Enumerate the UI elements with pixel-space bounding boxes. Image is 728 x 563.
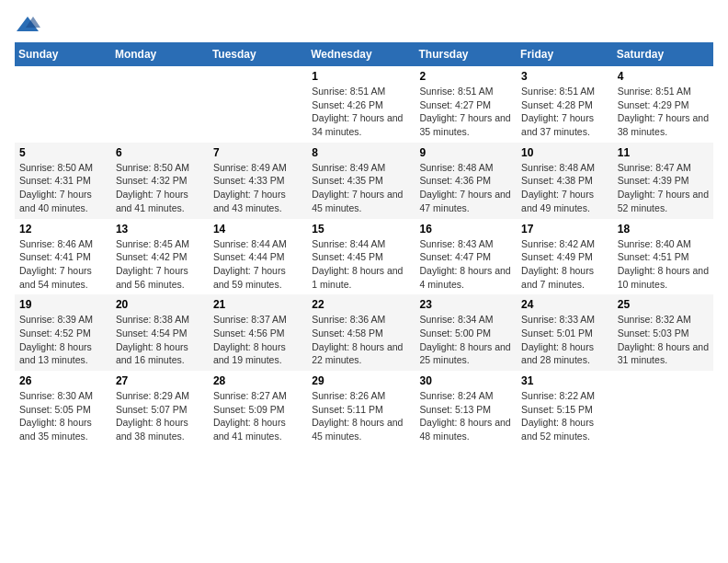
day-number: 3: [521, 70, 609, 83]
day-info: Sunrise: 8:30 AM Sunset: 5:05 PM Dayligh…: [19, 389, 107, 443]
calendar-cell: 12Sunrise: 8:46 AM Sunset: 4:41 PM Dayli…: [15, 219, 111, 295]
calendar-week-3: 19Sunrise: 8:39 AM Sunset: 4:52 PM Dayli…: [15, 294, 713, 371]
day-number: 16: [419, 223, 512, 236]
calendar-cell: 16Sunrise: 8:43 AM Sunset: 4:47 PM Dayli…: [415, 219, 517, 295]
header-monday: Monday: [111, 42, 209, 66]
day-number: 26: [19, 374, 107, 387]
calendar-cell: 26Sunrise: 8:30 AM Sunset: 5:05 PM Dayli…: [15, 371, 111, 447]
calendar-cell: 10Sunrise: 8:48 AM Sunset: 4:38 PM Dayli…: [517, 143, 613, 219]
calendar-header-row: SundayMondayTuesdayWednesdayThursdayFrid…: [15, 42, 713, 66]
logo-icon: [15, 15, 40, 35]
day-number: 30: [419, 374, 512, 387]
calendar-cell: 1Sunrise: 8:51 AM Sunset: 4:26 PM Daylig…: [307, 66, 415, 143]
header-saturday: Saturday: [613, 42, 713, 66]
day-number: 25: [618, 298, 709, 311]
calendar-cell: 24Sunrise: 8:33 AM Sunset: 5:01 PM Dayli…: [517, 294, 613, 371]
calendar-cell: 28Sunrise: 8:27 AM Sunset: 5:09 PM Dayli…: [209, 371, 307, 447]
day-info: Sunrise: 8:51 AM Sunset: 4:26 PM Dayligh…: [312, 85, 410, 139]
day-info: Sunrise: 8:22 AM Sunset: 5:15 PM Dayligh…: [521, 389, 609, 443]
day-info: Sunrise: 8:49 AM Sunset: 4:35 PM Dayligh…: [312, 161, 410, 215]
day-number: 22: [312, 298, 410, 311]
header-sunday: Sunday: [15, 42, 111, 66]
day-number: 23: [419, 298, 512, 311]
calendar-cell: [15, 66, 111, 143]
header-friday: Friday: [517, 42, 613, 66]
day-info: Sunrise: 8:48 AM Sunset: 4:36 PM Dayligh…: [419, 161, 512, 215]
day-number: 11: [618, 146, 709, 159]
day-info: Sunrise: 8:50 AM Sunset: 4:31 PM Dayligh…: [19, 161, 107, 215]
calendar-cell: [111, 66, 209, 143]
calendar-cell: 17Sunrise: 8:42 AM Sunset: 4:49 PM Dayli…: [517, 219, 613, 295]
calendar-cell: 7Sunrise: 8:49 AM Sunset: 4:33 PM Daylig…: [209, 143, 307, 219]
day-info: Sunrise: 8:27 AM Sunset: 5:09 PM Dayligh…: [213, 389, 302, 443]
calendar-cell: 18Sunrise: 8:40 AM Sunset: 4:51 PM Dayli…: [613, 219, 713, 295]
calendar-cell: 11Sunrise: 8:47 AM Sunset: 4:39 PM Dayli…: [613, 143, 713, 219]
day-number: 18: [618, 223, 709, 236]
calendar-cell: 8Sunrise: 8:49 AM Sunset: 4:35 PM Daylig…: [307, 143, 415, 219]
calendar-table: SundayMondayTuesdayWednesdayThursdayFrid…: [15, 42, 713, 447]
day-info: Sunrise: 8:50 AM Sunset: 4:32 PM Dayligh…: [116, 161, 204, 215]
calendar-cell: 22Sunrise: 8:36 AM Sunset: 4:58 PM Dayli…: [307, 294, 415, 371]
day-number: 19: [19, 298, 107, 311]
day-info: Sunrise: 8:42 AM Sunset: 4:49 PM Dayligh…: [521, 237, 609, 292]
day-info: Sunrise: 8:51 AM Sunset: 4:29 PM Dayligh…: [618, 85, 709, 139]
calendar-cell: 30Sunrise: 8:24 AM Sunset: 5:13 PM Dayli…: [415, 371, 517, 447]
day-info: Sunrise: 8:44 AM Sunset: 4:45 PM Dayligh…: [312, 237, 410, 292]
day-number: 21: [213, 298, 302, 311]
calendar-cell: [613, 371, 713, 447]
calendar-cell: 13Sunrise: 8:45 AM Sunset: 4:42 PM Dayli…: [111, 219, 209, 295]
header-wednesday: Wednesday: [307, 42, 415, 66]
day-number: 10: [521, 146, 609, 159]
day-number: 31: [521, 374, 609, 387]
calendar-cell: 19Sunrise: 8:39 AM Sunset: 4:52 PM Dayli…: [15, 294, 111, 371]
day-info: Sunrise: 8:29 AM Sunset: 5:07 PM Dayligh…: [116, 389, 204, 443]
day-number: 29: [312, 374, 410, 387]
day-info: Sunrise: 8:36 AM Sunset: 4:58 PM Dayligh…: [312, 313, 410, 367]
day-number: 17: [521, 223, 609, 236]
calendar-week-1: 5Sunrise: 8:50 AM Sunset: 4:31 PM Daylig…: [15, 143, 713, 219]
day-number: 12: [19, 223, 107, 236]
day-number: 2: [419, 70, 512, 83]
calendar-cell: 9Sunrise: 8:48 AM Sunset: 4:36 PM Daylig…: [415, 143, 517, 219]
day-info: Sunrise: 8:44 AM Sunset: 4:44 PM Dayligh…: [213, 237, 302, 292]
header-thursday: Thursday: [415, 42, 517, 66]
day-number: 24: [521, 298, 609, 311]
day-info: Sunrise: 8:48 AM Sunset: 4:38 PM Dayligh…: [521, 161, 609, 215]
day-number: 9: [419, 146, 512, 159]
day-info: Sunrise: 8:51 AM Sunset: 4:28 PM Dayligh…: [521, 85, 609, 139]
calendar-cell: 5Sunrise: 8:50 AM Sunset: 4:31 PM Daylig…: [15, 143, 111, 219]
calendar-week-4: 26Sunrise: 8:30 AM Sunset: 5:05 PM Dayli…: [15, 371, 713, 447]
day-number: 15: [312, 223, 410, 236]
day-number: 5: [19, 146, 107, 159]
header-tuesday: Tuesday: [209, 42, 307, 66]
calendar-cell: 25Sunrise: 8:32 AM Sunset: 5:03 PM Dayli…: [613, 294, 713, 371]
day-info: Sunrise: 8:47 AM Sunset: 4:39 PM Dayligh…: [618, 161, 709, 215]
day-info: Sunrise: 8:32 AM Sunset: 5:03 PM Dayligh…: [618, 313, 709, 367]
day-info: Sunrise: 8:49 AM Sunset: 4:33 PM Dayligh…: [213, 161, 302, 215]
logo: [15, 15, 44, 35]
calendar-cell: 31Sunrise: 8:22 AM Sunset: 5:15 PM Dayli…: [517, 371, 613, 447]
day-number: 6: [116, 146, 204, 159]
day-info: Sunrise: 8:34 AM Sunset: 5:00 PM Dayligh…: [419, 313, 512, 367]
day-number: 20: [116, 298, 204, 311]
day-info: Sunrise: 8:38 AM Sunset: 4:54 PM Dayligh…: [116, 313, 204, 367]
calendar-cell: 23Sunrise: 8:34 AM Sunset: 5:00 PM Dayli…: [415, 294, 517, 371]
day-info: Sunrise: 8:40 AM Sunset: 4:51 PM Dayligh…: [618, 237, 709, 292]
day-info: Sunrise: 8:51 AM Sunset: 4:27 PM Dayligh…: [419, 85, 512, 139]
day-number: 7: [213, 146, 302, 159]
calendar-cell: 21Sunrise: 8:37 AM Sunset: 4:56 PM Dayli…: [209, 294, 307, 371]
day-info: Sunrise: 8:26 AM Sunset: 5:11 PM Dayligh…: [312, 389, 410, 443]
day-info: Sunrise: 8:46 AM Sunset: 4:41 PM Dayligh…: [19, 237, 107, 292]
day-number: 13: [116, 223, 204, 236]
day-number: 1: [312, 70, 410, 83]
day-info: Sunrise: 8:37 AM Sunset: 4:56 PM Dayligh…: [213, 313, 302, 367]
header: [15, 15, 713, 35]
day-number: 28: [213, 374, 302, 387]
calendar-cell: 14Sunrise: 8:44 AM Sunset: 4:44 PM Dayli…: [209, 219, 307, 295]
calendar-cell: 2Sunrise: 8:51 AM Sunset: 4:27 PM Daylig…: [415, 66, 517, 143]
calendar-cell: 3Sunrise: 8:51 AM Sunset: 4:28 PM Daylig…: [517, 66, 613, 143]
day-info: Sunrise: 8:33 AM Sunset: 5:01 PM Dayligh…: [521, 313, 609, 367]
calendar-cell: 4Sunrise: 8:51 AM Sunset: 4:29 PM Daylig…: [613, 66, 713, 143]
day-number: 8: [312, 146, 410, 159]
day-info: Sunrise: 8:45 AM Sunset: 4:42 PM Dayligh…: [116, 237, 204, 292]
